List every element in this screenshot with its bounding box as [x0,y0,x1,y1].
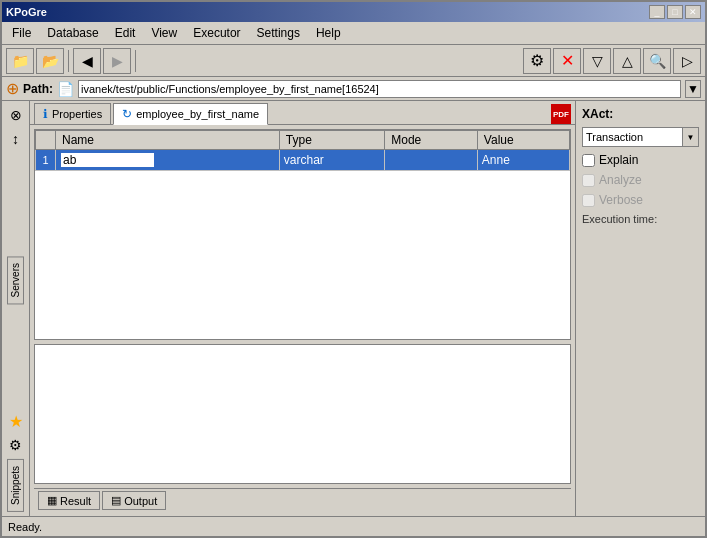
left-sidebar: ⊗ ↕ Servers ★ ⚙ Snippets [2,101,30,516]
minimize-button[interactable]: _ [649,5,665,19]
col-num [36,131,56,150]
explain-row: Explain [582,153,699,167]
xact-dropdown[interactable]: Transaction ▼ [582,127,699,147]
menu-settings[interactable]: Settings [251,24,306,42]
sidebar-tab-snippets[interactable]: Snippets [7,459,24,512]
tabs-bar: ℹ Properties ↻ employee_by_first_name PD… [30,101,575,125]
menu-file[interactable]: File [6,24,37,42]
output-area [34,344,571,484]
pdf-icon: PDF [551,104,571,124]
toolbar-separator-2 [135,50,136,72]
output-label: Output [124,495,157,507]
toolbar-filter-down-button[interactable]: ▽ [583,48,611,74]
maximize-button[interactable]: □ [667,5,683,19]
main-content: ⊗ ↕ Servers ★ ⚙ Snippets ℹ Properties ↻ … [2,101,705,516]
toolbar-filter-up-button[interactable]: △ [613,48,641,74]
verbose-checkbox [582,194,595,207]
menu-help[interactable]: Help [310,24,347,42]
tab-properties-icon: ℹ [43,107,48,121]
col-mode: Mode [385,131,478,150]
toolbar: 📁 📂 ◀ ▶ ⚙ ✕ ▽ △ 🔍 ▷ [2,45,705,77]
name-input[interactable] [60,152,155,168]
sidebar-tab-servers[interactable]: Servers [7,256,24,304]
menu-view[interactable]: View [145,24,183,42]
transaction-label: Transaction [583,131,682,143]
col-type: Type [279,131,384,150]
result-icon: ▦ [47,494,57,507]
bottom-tab-output[interactable]: ▤ Output [102,491,166,510]
bottom-tab-result[interactable]: ▦ Result [38,491,100,510]
status-text: Ready. [8,521,42,533]
explain-checkbox[interactable] [582,154,595,167]
col-value: Value [477,131,569,150]
menu-bar: File Database Edit View Executor Setting… [2,22,705,45]
analyze-label: Analyze [599,173,642,187]
toolbar-forward-button[interactable]: ▶ [103,48,131,74]
analyze-checkbox [582,174,595,187]
path-folder-icon: 📄 [57,81,74,97]
row-type: varchar [279,150,384,171]
toolbar-search-button[interactable]: 🔍 [643,48,671,74]
tab-employee[interactable]: ↻ employee_by_first_name [113,103,268,125]
toolbar-stop-button[interactable]: ✕ [553,48,581,74]
tab-employee-icon: ↻ [122,107,132,121]
params-table: Name Type Mode Value 1 [35,130,570,171]
bottom-tabs: ▦ Result ▤ Output [34,488,571,512]
menu-executor[interactable]: Executor [187,24,246,42]
close-button[interactable]: ✕ [685,5,701,19]
explain-label: Explain [599,153,638,167]
toolbar-back-button[interactable]: ◀ [73,48,101,74]
toolbar-separator-1 [68,50,69,72]
row-num: 1 [36,150,56,171]
status-bar: Ready. [2,516,705,536]
sidebar-icon-2: ↕ [6,129,26,149]
right-panel: XAct: Transaction ▼ Explain Analyze Verb… [575,101,705,516]
xact-label: XAct: [582,107,699,121]
toolbar-settings-button[interactable]: ⚙ [523,48,551,74]
toolbar-browse-button[interactable]: 📁 [6,48,34,74]
verbose-row: Verbose [582,193,699,207]
title-controls: _ □ ✕ [649,5,701,19]
exec-time-label: Execution time: [582,213,699,225]
window-title: KPoGre [6,6,47,18]
tab-properties-label: Properties [52,108,102,120]
center-content: ℹ Properties ↻ employee_by_first_name PD… [30,101,575,516]
toolbar-open-button[interactable]: 📂 [36,48,64,74]
path-input[interactable] [78,80,681,98]
tab-employee-label: employee_by_first_name [136,108,259,120]
title-bar: KPoGre _ □ ✕ [2,2,705,22]
menu-database[interactable]: Database [41,24,104,42]
sidebar-star-icon: ★ [6,411,26,431]
path-label: Path: [23,82,53,96]
output-icon: ▤ [111,494,121,507]
col-name: Name [56,131,280,150]
tab-content: Name Type Mode Value 1 [30,125,575,516]
row-name[interactable] [56,150,280,171]
menu-edit[interactable]: Edit [109,24,142,42]
main-window: KPoGre _ □ ✕ File Database Edit View Exe… [0,0,707,538]
table-row[interactable]: 1 varchar Anne [36,150,570,171]
analyze-row: Analyze [582,173,699,187]
path-icon: ⊕ [6,79,19,98]
sidebar-tool-icon: ⚙ [6,435,26,455]
toolbar-next-button[interactable]: ▷ [673,48,701,74]
row-mode [385,150,478,171]
xact-arrow[interactable]: ▼ [682,128,698,146]
tab-properties[interactable]: ℹ Properties [34,103,111,124]
verbose-label: Verbose [599,193,643,207]
path-bar: ⊕ Path: 📄 ▼ [2,77,705,101]
sidebar-icon-1: ⊗ [6,105,26,125]
result-label: Result [60,495,91,507]
params-table-area: Name Type Mode Value 1 [34,129,571,340]
row-value: Anne [477,150,569,171]
path-dropdown-button[interactable]: ▼ [685,80,701,98]
